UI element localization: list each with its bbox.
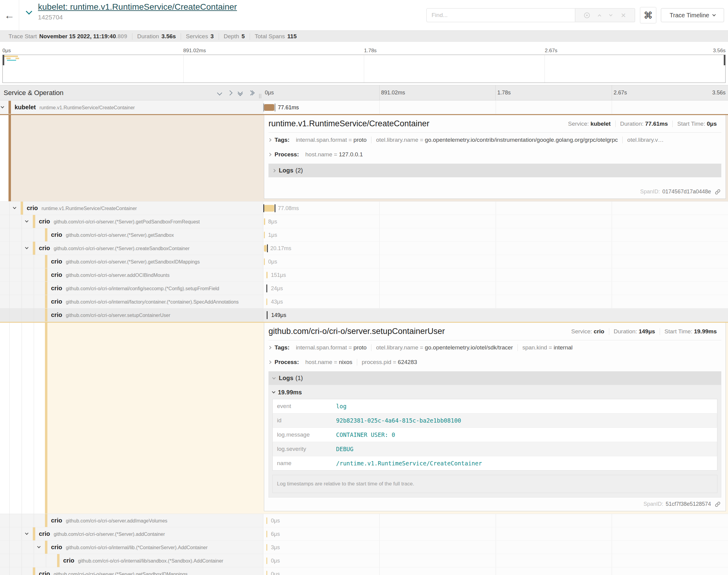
span-duration-bar[interactable]	[266, 571, 267, 575]
span-name-cell[interactable]: criogithub.com/cri-o/cri-o/server.(*Serv…	[0, 255, 263, 268]
logs-accordion[interactable]: Logs (1)	[268, 371, 721, 385]
locate-icon[interactable]	[584, 12, 590, 18]
span-name-cell[interactable]: criogithub.com/cri-o/cri-o/internal/fact…	[0, 295, 263, 308]
span-name-cell[interactable]: criogithub.com/cri-o/cri-o/server.(*Serv…	[0, 228, 263, 242]
trace-minimap[interactable]	[2, 55, 726, 83]
span-duration-bar[interactable]	[266, 557, 267, 564]
span-duration-bar[interactable]	[264, 245, 267, 252]
span-operation-name: github.com/cri-o/cri-o/server.(*Server).…	[66, 259, 200, 264]
span-timeline-cell[interactable]: 77.61ms	[263, 101, 728, 114]
span-row[interactable]: criogithub.com/cri-o/cri-o/server.setupC…	[0, 308, 728, 322]
span-name-cell[interactable]: criogithub.com/cri-o/cri-o/server.setupC…	[0, 308, 263, 322]
column-resizer[interactable]	[259, 94, 261, 98]
tags-accordion[interactable]: Tags: internal.span.format = proto otel.…	[268, 133, 721, 147]
span-name-cell[interactable]: crioruntime.v1.RuntimeService/CreateCont…	[0, 202, 263, 215]
span-service-name: crio	[39, 530, 50, 537]
span-row[interactable]: criogithub.com/cri-o/cri-o/server.addOCI…	[0, 268, 728, 282]
span-duration-bar[interactable]	[264, 205, 274, 212]
span-row[interactable]: crioruntime.v1.RuntimeService/CreateCont…	[0, 202, 728, 215]
span-duration-bar[interactable]	[266, 517, 267, 524]
span-timeline-cell[interactable]: 24μs	[263, 282, 728, 295]
span-duration-bar[interactable]	[266, 272, 268, 278]
span-duration-bar[interactable]	[266, 531, 267, 537]
span-row[interactable]: criogithub.com/cri-o/cri-o/server.(*Serv…	[0, 228, 728, 242]
find-clear-button[interactable]: ✕	[621, 12, 626, 19]
minimap-left-scrubber[interactable]	[3, 55, 4, 65]
process-accordion[interactable]: Process: host.name = 127.0.0.1	[268, 147, 721, 162]
span-duration-bar[interactable]	[264, 104, 274, 111]
span-duration-bar[interactable]	[264, 232, 265, 238]
span-name-cell[interactable]: kubeletruntime.v1.RuntimeService/CreateC…	[0, 101, 263, 114]
span-service-name: crio	[39, 570, 50, 575]
span-row[interactable]: criogithub.com/cri-o/cri-o/internal/lib/…	[0, 554, 728, 567]
span-row[interactable]: criogithub.com/cri-o/cri-o/server.(*Serv…	[0, 567, 728, 575]
span-name-cell[interactable]: criogithub.com/cri-o/cri-o/internal/lib.…	[0, 541, 263, 554]
trace-depth: Depth5	[219, 33, 250, 40]
indent-guide	[34, 323, 34, 514]
minimap-right-scrubber[interactable]	[724, 55, 725, 65]
expand-all-icon[interactable]	[249, 91, 254, 95]
collapse-all-icon[interactable]	[238, 90, 242, 95]
span-timeline-cell[interactable]: 8μs	[263, 215, 728, 228]
span-detail-card: github.com/cri-o/cri-o/server.setupConta…	[264, 323, 726, 511]
span-timeline-cell[interactable]: 149μs	[263, 308, 728, 322]
trace-view-dropdown[interactable]: Trace Timeline	[661, 8, 724, 22]
span-name-cell[interactable]: criogithub.com/cri-o/cri-o/server.(*Serv…	[0, 242, 263, 255]
back-button[interactable]: ←	[0, 0, 19, 30]
span-timeline-cell[interactable]: 77.08ms	[263, 202, 728, 215]
logs-accordion[interactable]: Logs (2)	[268, 164, 721, 177]
span-operation-name: github.com/cri-o/cri-o/internal/config/s…	[66, 286, 219, 291]
span-row[interactable]: criogithub.com/cri-o/cri-o/internal/conf…	[0, 282, 728, 295]
span-name-cell[interactable]: criogithub.com/cri-o/cri-o/internal/lib/…	[0, 554, 263, 567]
trace-title-expander[interactable]	[27, 9, 31, 15]
span-name-cell[interactable]: criogithub.com/cri-o/cri-o/server.addOCI…	[0, 268, 263, 282]
find-next-button[interactable]	[609, 13, 612, 16]
trace-title-block: kubelet: runtime.v1.RuntimeService/Creat…	[38, 2, 237, 21]
collapse-one-icon[interactable]	[217, 90, 222, 95]
span-timeline-cell[interactable]: 0μs	[263, 554, 728, 567]
span-name-cell[interactable]: criogithub.com/cri-o/cri-o/server.(*Serv…	[0, 215, 263, 228]
trace-title-link[interactable]: kubelet: runtime.v1.RuntimeService/Creat…	[38, 2, 237, 12]
span-row[interactable]: criogithub.com/cri-o/cri-o/server.(*Serv…	[0, 242, 728, 255]
span-duration-bar[interactable]	[264, 258, 265, 265]
span-duration-bar[interactable]	[266, 298, 267, 305]
span-timeline-cell[interactable]: 0μs	[263, 567, 728, 575]
span-row[interactable]: criogithub.com/cri-o/cri-o/server.(*Serv…	[0, 527, 728, 541]
keyboard-shortcuts-button[interactable]: ⌘	[640, 7, 656, 23]
span-name-cell[interactable]: criogithub.com/cri-o/cri-o/server.(*Serv…	[0, 567, 263, 575]
axis-tick: 2.67s	[545, 48, 558, 54]
find-prev-button[interactable]	[598, 14, 601, 18]
span-duration-bar[interactable]	[266, 544, 267, 551]
span-name-cell[interactable]: criogithub.com/cri-o/cri-o/server.addIma…	[0, 514, 263, 527]
log-entry-accordion[interactable]: 19.99ms	[272, 385, 717, 399]
axis-tick: 3.56s	[712, 90, 726, 96]
span-timeline-cell[interactable]: 3μs	[263, 541, 728, 554]
link-icon[interactable]	[715, 189, 721, 195]
span-timeline-cell[interactable]: 1μs	[263, 228, 728, 242]
process-accordion[interactable]: Process: host.name = nixos process.pid =…	[268, 355, 721, 369]
span-operation-name: github.com/cri-o/cri-o/server.addImageVo…	[66, 518, 167, 523]
tags-accordion[interactable]: Tags: internal.span.format = proto otel.…	[268, 340, 721, 355]
span-row[interactable]: criogithub.com/cri-o/cri-o/server.(*Serv…	[0, 215, 728, 228]
chevron-down-icon	[272, 376, 275, 379]
detail-start-time: Start Time: 0μs	[672, 121, 721, 127]
span-timeline-cell[interactable]: 0μs	[263, 255, 728, 268]
span-row[interactable]: kubeletruntime.v1.RuntimeService/CreateC…	[0, 101, 728, 114]
span-timeline-cell[interactable]: 0μs	[263, 514, 728, 527]
find-input[interactable]	[426, 8, 575, 22]
span-timeline-cell[interactable]: 6μs	[263, 527, 728, 541]
span-duration-bar[interactable]	[264, 218, 265, 225]
span-row[interactable]: criogithub.com/cri-o/cri-o/internal/lib.…	[0, 541, 728, 554]
expand-one-icon[interactable]	[228, 90, 233, 95]
span-timeline-cell[interactable]: 20.17ms	[263, 242, 728, 255]
span-timeline-cell[interactable]: 151μs	[263, 268, 728, 282]
span-row[interactable]: criogithub.com/cri-o/cri-o/server.addIma…	[0, 514, 728, 527]
span-name-cell[interactable]: criogithub.com/cri-o/cri-o/internal/conf…	[0, 282, 263, 295]
span-name-cell[interactable]: criogithub.com/cri-o/cri-o/server.(*Serv…	[0, 527, 263, 541]
span-timeline-cell[interactable]: 43μs	[263, 295, 728, 308]
arrow-left-icon: ←	[4, 9, 14, 21]
span-row[interactable]: criogithub.com/cri-o/cri-o/server.(*Serv…	[0, 255, 728, 268]
span-row[interactable]: criogithub.com/cri-o/cri-o/internal/fact…	[0, 295, 728, 308]
link-icon[interactable]	[715, 501, 721, 507]
log-field-row: eventlog	[273, 399, 717, 413]
